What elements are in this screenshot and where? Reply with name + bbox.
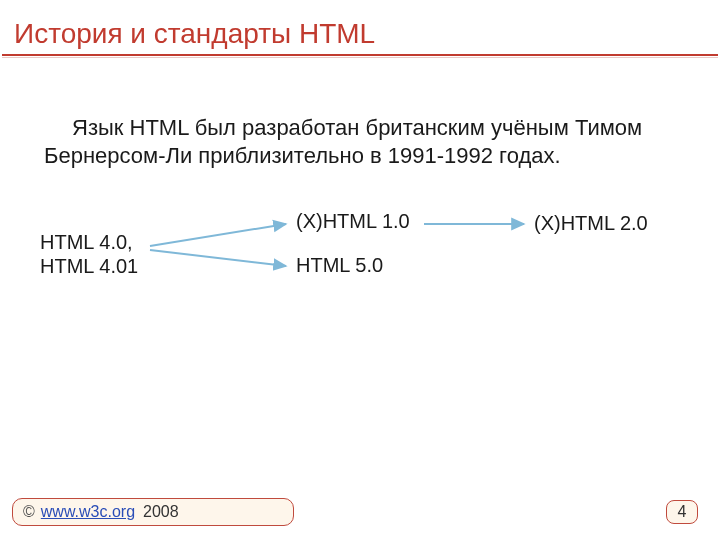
node-html4: HTML 4.0, HTML 4.01 — [40, 230, 138, 278]
footer-year: 2008 — [143, 503, 179, 521]
copyright-symbol: © — [23, 503, 35, 521]
arrow-html4-to-html5 — [150, 250, 286, 266]
node-xhtml2: (X)HTML 2.0 — [534, 212, 648, 235]
body-paragraph: Язык HTML был разработан британским учён… — [0, 56, 720, 170]
footer-badge: © www.w3c.org 2008 — [12, 498, 294, 526]
title-underline — [2, 54, 718, 56]
footer-link[interactable]: www.w3c.org — [41, 503, 135, 521]
page-number: 4 — [666, 500, 698, 524]
node-xhtml1: (X)HTML 1.0 — [296, 210, 410, 233]
slide: История и стандарты HTML Язык HTML был р… — [0, 0, 720, 540]
arrow-html4-to-xhtml1 — [150, 224, 286, 246]
slide-title: История и стандарты HTML — [0, 18, 720, 50]
standards-diagram: HTML 4.0, HTML 4.01 (X)HTML 1.0 HTML 5.0… — [0, 206, 720, 326]
node-html5: HTML 5.0 — [296, 254, 383, 277]
